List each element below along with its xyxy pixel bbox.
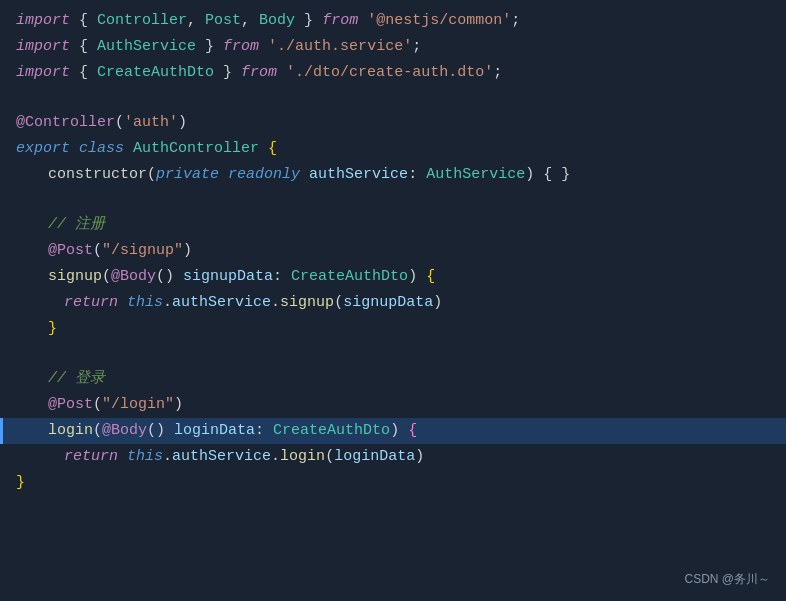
code-token: ) { } — [525, 163, 570, 187]
code-token: . — [271, 445, 280, 469]
code-token: } — [214, 61, 241, 85]
code-line: // 登录 — [0, 366, 786, 392]
code-line: login(@Body() loginData: CreateAuthDto) … — [0, 418, 786, 444]
code-token: @Body — [111, 265, 156, 289]
code-token: } — [48, 317, 57, 341]
code-token: constructor( — [48, 163, 156, 187]
code-token: "/signup" — [102, 239, 183, 263]
code-token: Controller — [97, 9, 187, 33]
code-line: import { Controller, Post, Body } from '… — [0, 8, 786, 34]
code-token: AuthService — [426, 163, 525, 187]
code-token: import — [16, 9, 70, 33]
code-token: CreateAuthDto — [273, 419, 390, 443]
code-token: this — [127, 445, 163, 469]
code-token: { — [70, 61, 97, 85]
code-line: } — [0, 470, 786, 496]
code-token: ; — [511, 9, 520, 33]
code-token: : — [255, 419, 273, 443]
code-token: ) — [174, 393, 183, 417]
code-token — [124, 137, 133, 161]
code-token — [70, 137, 79, 161]
code-token: Body — [259, 9, 295, 33]
code-token: AuthController — [133, 137, 259, 161]
code-token: login — [280, 445, 325, 469]
code-token: { — [426, 265, 435, 289]
code-token: ) — [415, 445, 424, 469]
code-line: import { AuthService } from './auth.serv… — [0, 34, 786, 60]
code-token: ( — [93, 239, 102, 263]
code-line: @Post("/login") — [0, 392, 786, 418]
code-token — [118, 291, 127, 315]
code-token: from — [223, 35, 259, 59]
code-token: @Post — [48, 393, 93, 417]
code-token: signup — [280, 291, 334, 315]
code-token: import — [16, 61, 70, 85]
code-token: // 注册 — [48, 213, 105, 237]
code-line: constructor(private readonly authService… — [0, 162, 786, 188]
code-token — [277, 61, 286, 85]
code-token: readonly — [228, 163, 300, 187]
code-token: loginData — [334, 445, 415, 469]
code-token: import — [16, 35, 70, 59]
code-token: @Controller — [16, 111, 115, 135]
code-token: ; — [412, 35, 421, 59]
code-token: ( — [325, 445, 334, 469]
code-token: ( — [93, 393, 102, 417]
code-token: ) — [178, 111, 187, 135]
code-token: } — [295, 9, 322, 33]
code-token: export — [16, 137, 70, 161]
code-token — [118, 445, 127, 469]
code-token: './dto/create-auth.dto' — [286, 61, 493, 85]
code-token: : — [273, 265, 291, 289]
code-token — [259, 35, 268, 59]
code-token: private — [156, 163, 219, 187]
code-token: this — [127, 291, 163, 315]
code-token: class — [79, 137, 124, 161]
code-token: ) — [408, 265, 426, 289]
code-token: from — [241, 61, 277, 85]
code-token — [219, 163, 228, 187]
code-line: // 注册 — [0, 212, 786, 238]
empty-line — [0, 188, 786, 212]
empty-line — [0, 342, 786, 366]
code-token: // 登录 — [48, 367, 105, 391]
code-token: loginData — [174, 419, 255, 443]
code-line: import { CreateAuthDto } from './dto/cre… — [0, 60, 786, 86]
code-token: signup — [48, 265, 102, 289]
watermark: CSDN @务川～ — [684, 570, 770, 589]
code-token: authService — [309, 163, 408, 187]
code-token: ( — [334, 291, 343, 315]
code-token: CreateAuthDto — [97, 61, 214, 85]
code-token: { — [70, 9, 97, 33]
code-token: from — [322, 9, 358, 33]
code-token: , — [187, 9, 205, 33]
code-token: () — [147, 419, 174, 443]
code-line: signup(@Body() signupData: CreateAuthDto… — [0, 264, 786, 290]
code-token: signupData — [183, 265, 273, 289]
code-line: export class AuthController { — [0, 136, 786, 162]
code-token: ( — [93, 419, 102, 443]
code-token: 'auth' — [124, 111, 178, 135]
code-token: @Post — [48, 239, 93, 263]
code-token: ( — [115, 111, 124, 135]
code-line: @Controller('auth') — [0, 110, 786, 136]
code-token: login — [48, 419, 93, 443]
code-token — [259, 137, 268, 161]
empty-line — [0, 86, 786, 110]
code-token: , — [241, 9, 259, 33]
code-token: return — [64, 445, 118, 469]
code-token: './auth.service' — [268, 35, 412, 59]
code-token: signupData — [343, 291, 433, 315]
code-token: return — [64, 291, 118, 315]
code-line: } — [0, 316, 786, 342]
code-token: ( — [102, 265, 111, 289]
code-token: } — [16, 471, 25, 495]
code-token: CreateAuthDto — [291, 265, 408, 289]
code-token: '@nestjs/common' — [367, 9, 511, 33]
code-token: . — [163, 445, 172, 469]
code-line: return this.authService.signup(signupDat… — [0, 290, 786, 316]
code-token: . — [163, 291, 172, 315]
code-token: "/login" — [102, 393, 174, 417]
code-token: { — [70, 35, 97, 59]
code-editor: import { Controller, Post, Body } from '… — [0, 0, 786, 601]
